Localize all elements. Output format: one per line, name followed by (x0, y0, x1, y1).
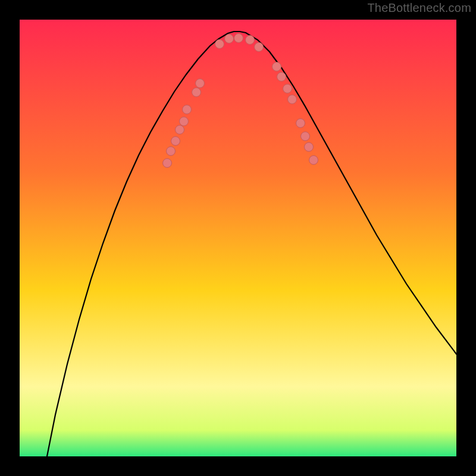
data-dot (309, 156, 318, 165)
data-dot (301, 132, 310, 141)
data-dot (215, 40, 224, 49)
data-dot (283, 84, 292, 93)
data-dot (246, 36, 255, 45)
data-dot (288, 95, 297, 104)
data-dot (163, 159, 172, 168)
data-dot (167, 147, 176, 156)
data-dot (234, 34, 243, 43)
data-dot (183, 105, 192, 114)
chart-svg (20, 20, 456, 456)
data-dot (196, 79, 205, 88)
gradient-background (20, 20, 456, 456)
data-dot (176, 126, 184, 134)
data-dot (273, 62, 281, 71)
data-dot (225, 35, 234, 43)
data-dot (171, 137, 180, 146)
plot-area (20, 20, 456, 456)
data-dot (255, 43, 264, 52)
data-dot (180, 117, 189, 126)
data-dot (192, 88, 201, 97)
data-dot (305, 143, 314, 152)
chart-outer-frame: TheBottleneck.com (0, 0, 476, 476)
data-dot (277, 73, 286, 82)
data-dot (296, 119, 305, 128)
watermark-text: TheBottleneck.com (367, 1, 471, 15)
